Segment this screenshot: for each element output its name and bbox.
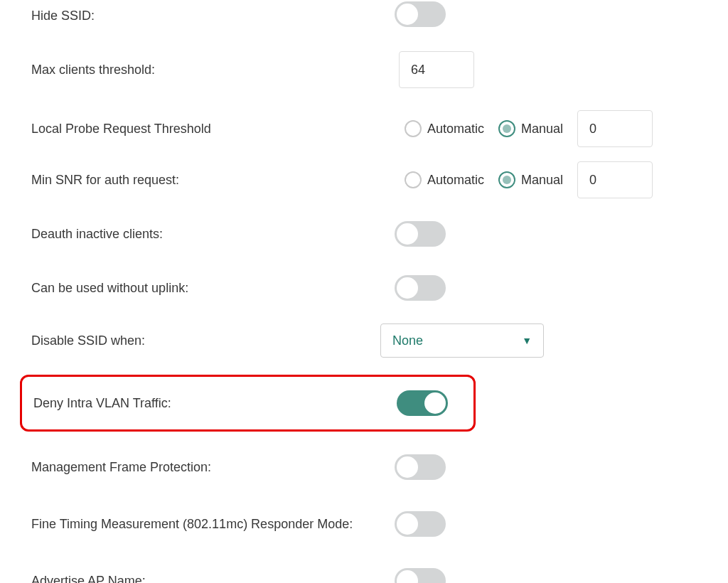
radio-icon — [498, 120, 515, 137]
probe-manual-option[interactable]: Manual — [498, 120, 567, 137]
probe-threshold-input[interactable] — [577, 110, 653, 147]
probe-auto-label: Automatic — [427, 122, 484, 137]
advertise-ap-label: Advertise AP Name: — [0, 574, 395, 584]
deny-intra-vlan-toggle[interactable] — [397, 390, 448, 416]
max-clients-input[interactable] — [399, 51, 474, 88]
probe-auto-option[interactable]: Automatic — [405, 120, 488, 137]
radio-icon — [405, 120, 422, 137]
disable-ssid-label: Disable SSID when: — [0, 333, 395, 348]
row-without-uplink: Can be used without uplink: — [0, 274, 728, 302]
hide-ssid-label: Hide SSID: — [0, 9, 395, 23]
max-clients-label: Max clients threshold: — [0, 63, 395, 77]
advertise-ap-toggle[interactable] — [395, 568, 446, 583]
mfp-label: Management Frame Protection: — [0, 460, 395, 475]
chevron-down-icon: ▼ — [522, 335, 532, 346]
row-ftm: Fine Timing Measurement (802.11mc) Respo… — [0, 510, 728, 538]
settings-form: Hide SSID: Max clients threshold: Local … — [0, 0, 728, 583]
hide-ssid-toggle[interactable] — [395, 1, 446, 27]
min-snr-input[interactable] — [577, 161, 653, 198]
snr-auto-option[interactable]: Automatic — [405, 171, 488, 188]
highlight-box: Deny Intra VLAN Traffic: — [20, 375, 476, 432]
deauth-label: Deauth inactive clients: — [0, 227, 395, 242]
snr-manual-option[interactable]: Manual — [498, 171, 567, 188]
deny-intra-vlan-label: Deny Intra VLAN Traffic: — [22, 396, 397, 411]
without-uplink-label: Can be used without uplink: — [0, 281, 395, 296]
radio-icon — [498, 171, 515, 188]
ftm-label: Fine Timing Measurement (802.11mc) Respo… — [0, 517, 395, 532]
row-disable-ssid: Disable SSID when: None ▼ — [0, 323, 728, 358]
probe-threshold-label: Local Probe Request Threshold — [0, 122, 395, 137]
row-mfp: Management Frame Protection: — [0, 453, 728, 481]
row-probe-threshold: Local Probe Request Threshold Automatic … — [0, 110, 728, 147]
deauth-toggle[interactable] — [395, 221, 446, 247]
row-max-clients: Max clients threshold: — [0, 50, 728, 89]
min-snr-label: Min SNR for auth request: — [0, 173, 395, 188]
row-deauth: Deauth inactive clients: — [0, 220, 728, 248]
probe-manual-label: Manual — [521, 122, 563, 137]
row-advertise-ap: Advertise AP Name: — [0, 567, 728, 583]
row-deny-intra-vlan: Deny Intra VLAN Traffic: — [22, 389, 473, 417]
ftm-toggle[interactable] — [395, 511, 446, 537]
snr-auto-label: Automatic — [427, 173, 484, 188]
disable-ssid-select[interactable]: None ▼ — [380, 323, 544, 358]
snr-manual-label: Manual — [521, 173, 563, 188]
mfp-toggle[interactable] — [395, 454, 446, 480]
row-min-snr: Min SNR for auth request: Automatic Manu… — [0, 161, 728, 198]
disable-ssid-value: None — [392, 333, 423, 348]
without-uplink-toggle[interactable] — [395, 275, 446, 301]
radio-icon — [405, 171, 422, 188]
row-hide-ssid: Hide SSID: — [0, 0, 728, 32]
